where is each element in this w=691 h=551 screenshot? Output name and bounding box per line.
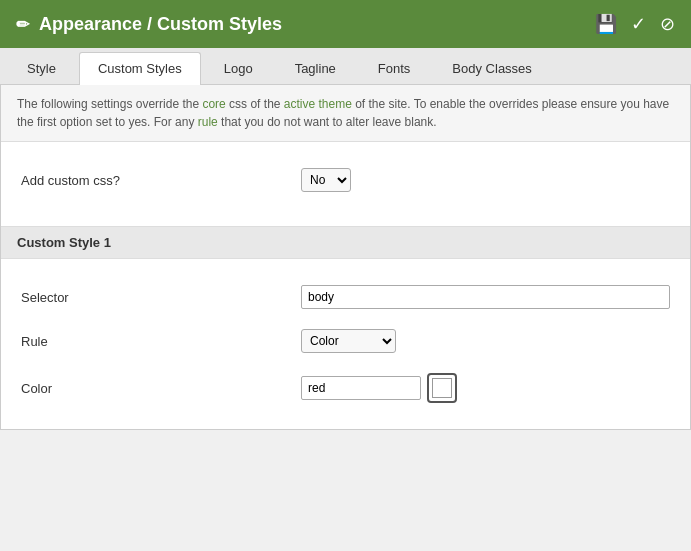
- custom-style-1-section: Selector Rule Color Background Font-size…: [1, 259, 690, 429]
- color-label: Color: [21, 381, 301, 396]
- header-breadcrumb: ✏ Appearance / Custom Styles: [16, 14, 282, 35]
- color-input[interactable]: [301, 376, 421, 400]
- tab-body-classes[interactable]: Body Classes: [433, 52, 550, 84]
- color-input-wrapper: [301, 373, 670, 403]
- info-bar: The following settings override the core…: [1, 85, 690, 142]
- rule-link[interactable]: rule: [198, 115, 218, 129]
- rule-select[interactable]: Color Background Font-size Font-weight M…: [301, 329, 396, 353]
- tab-style[interactable]: Style: [8, 52, 75, 84]
- color-swatch-inner: [432, 378, 452, 398]
- pencil-icon: ✏: [16, 15, 29, 34]
- active-theme-link[interactable]: active theme: [284, 97, 352, 111]
- breadcrumb-text: Appearance / Custom Styles: [39, 14, 282, 35]
- custom-style-1-header: Custom Style 1: [1, 226, 690, 259]
- add-css-section: Add custom css? No Yes: [1, 142, 690, 218]
- check-icon[interactable]: ✓: [631, 13, 646, 35]
- info-text: The following settings override the core…: [17, 97, 669, 129]
- rule-control: Color Background Font-size Font-weight M…: [301, 329, 670, 353]
- rule-row: Rule Color Background Font-size Font-wei…: [21, 319, 670, 363]
- header-actions: 💾 ✓ ⊘: [595, 13, 675, 35]
- app-header: ✏ Appearance / Custom Styles 💾 ✓ ⊘: [0, 0, 691, 48]
- add-css-select[interactable]: No Yes: [301, 168, 351, 192]
- add-css-label: Add custom css?: [21, 173, 301, 188]
- content-area: The following settings override the core…: [0, 85, 691, 430]
- add-css-control: No Yes: [301, 168, 670, 192]
- selector-row: Selector: [21, 275, 670, 319]
- selector-label: Selector: [21, 290, 301, 305]
- rule-label: Rule: [21, 334, 301, 349]
- color-row: Color: [21, 363, 670, 413]
- tab-custom-styles[interactable]: Custom Styles: [79, 52, 201, 85]
- custom-style-1-title: Custom Style 1: [17, 235, 111, 250]
- color-swatch-button[interactable]: [427, 373, 457, 403]
- tab-bar: Style Custom Styles Logo Tagline Fonts B…: [0, 48, 691, 85]
- tab-logo[interactable]: Logo: [205, 52, 272, 84]
- selector-input[interactable]: [301, 285, 670, 309]
- color-control: [301, 373, 670, 403]
- add-css-row: Add custom css? No Yes: [21, 158, 670, 202]
- selector-control: [301, 285, 670, 309]
- cancel-icon[interactable]: ⊘: [660, 13, 675, 35]
- tab-fonts[interactable]: Fonts: [359, 52, 430, 84]
- tab-tagline[interactable]: Tagline: [276, 52, 355, 84]
- core-link[interactable]: core: [202, 97, 225, 111]
- save-icon[interactable]: 💾: [595, 13, 617, 35]
